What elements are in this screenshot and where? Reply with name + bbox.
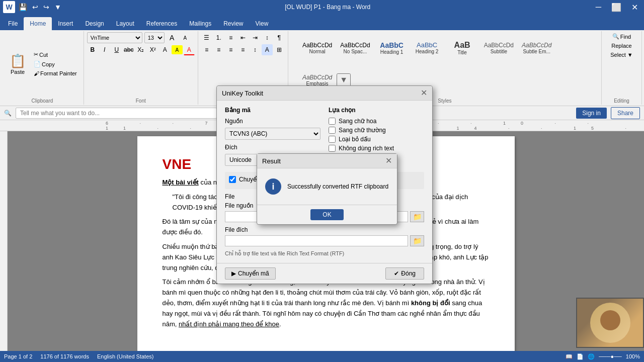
quick-access-dropdown[interactable]: ▼ <box>53 2 63 12</box>
chuyen-ma-btn[interactable]: ▶ Chuyển mã <box>225 267 276 280</box>
save-quick-btn[interactable]: 💾 <box>17 2 29 12</box>
text-effects-btn[interactable]: A <box>159 44 171 55</box>
minimize-btn[interactable]: ─ <box>593 3 604 12</box>
superscript-button[interactable]: X² <box>147 44 158 55</box>
borders-btn[interactable]: ⊞ <box>274 44 285 55</box>
video-person <box>590 303 630 343</box>
font-size-select[interactable]: 13 <box>144 32 165 43</box>
style-heading1[interactable]: AaBbC Heading 1 <box>375 32 409 63</box>
justify-btn[interactable]: ≡ <box>237 44 249 55</box>
tab-references[interactable]: References <box>140 17 183 30</box>
strikethrough-button[interactable]: abc <box>123 44 134 55</box>
bullets-btn[interactable]: ☰ <box>201 32 212 43</box>
tab-design[interactable]: Design <box>79 17 110 30</box>
numbering-btn[interactable]: 1. <box>213 32 224 43</box>
find-button[interactable]: 🔍 Find <box>610 32 633 41</box>
style-em-preview: AaBbCcDd <box>302 74 332 81</box>
style-h1-preview: AaBbC <box>380 41 404 49</box>
editing-content: 🔍 Find Replace Select ▼ <box>608 32 635 104</box>
align-center-btn[interactable]: ≡ <box>213 44 224 55</box>
view-web-btn[interactable]: 🌐 <box>588 353 595 360</box>
tab-insert[interactable]: Insert <box>52 17 79 30</box>
chuyen-ma-checkbox[interactable] <box>229 176 236 183</box>
italic-button[interactable]: I <box>99 44 110 55</box>
checkbox-loai-dau: Loại bỏ dấu <box>329 136 424 143</box>
zoom-slider[interactable]: ───●── <box>599 353 622 359</box>
sign-in-button[interactable]: Sign in <box>576 108 607 119</box>
format-painter-icon: 🖌 <box>34 70 39 76</box>
cut-button[interactable]: ✂ Cut <box>31 50 79 59</box>
styles-more-btn[interactable]: ▼ <box>337 73 351 86</box>
restore-btn[interactable]: ⬜ <box>608 3 624 12</box>
font-family-select[interactable]: VnTime <box>87 32 142 43</box>
ok-button[interactable]: OK <box>310 209 343 220</box>
font-grow-btn[interactable]: A <box>167 32 178 43</box>
style-title[interactable]: AaB Title <box>445 32 479 63</box>
line-spacing-btn[interactable]: ↕ <box>250 44 261 55</box>
tab-file[interactable]: File <box>2 17 24 30</box>
redo-btn[interactable]: ↪ <box>42 2 51 12</box>
nguon-select[interactable]: TCVN3 (ABC) <box>225 128 320 140</box>
increase-indent-btn[interactable]: ⇥ <box>250 32 261 43</box>
app-top-left: W 💾 ↩ ↪ ▼ <box>3 1 63 13</box>
style-subtitle[interactable]: AaBbCcDd Subtitle <box>480 32 517 63</box>
style-normal-label: Normal <box>309 49 325 54</box>
clipboard-group: 📋 Paste ✂ Cut 📄 Copy 🖌 Format Painter <box>2 31 84 105</box>
style-normal-preview: AaBbCcDd <box>302 42 332 49</box>
share-button[interactable]: Share <box>611 107 640 119</box>
window-controls: ─ ⬜ ✕ <box>593 3 641 12</box>
search-icon: 🔍 <box>4 110 12 117</box>
unikey-close-btn[interactable]: ✕ <box>421 89 427 97</box>
replace-button[interactable]: Replace <box>609 42 634 50</box>
checkbox-rich-text-input[interactable] <box>329 145 336 152</box>
shading-btn[interactable]: A <box>262 44 273 55</box>
unikey-title-bar: UniKey Toolkit ✕ <box>217 86 432 101</box>
format-painter-button[interactable]: 🖌 Format Painter <box>31 69 79 77</box>
copy-button[interactable]: 📄 Copy <box>31 60 79 68</box>
bold-button[interactable]: B <box>87 44 98 55</box>
tab-view[interactable]: View <box>250 17 275 30</box>
tab-layout[interactable]: Layout <box>110 17 140 30</box>
file-nguon-browse-btn[interactable]: 📁 <box>410 211 424 222</box>
close-btn[interactable]: ✕ <box>628 3 641 12</box>
file-dich-browse-btn[interactable]: 📁 <box>410 235 424 246</box>
tab-review[interactable]: Review <box>217 17 249 30</box>
align-left-btn[interactable]: ≡ <box>201 44 212 55</box>
text-highlight-btn[interactable]: A <box>172 45 183 54</box>
tab-home[interactable]: Home <box>24 17 52 30</box>
multilevel-btn[interactable]: ≡ <box>225 32 236 43</box>
style-normal[interactable]: AaBbCcDd Normal <box>299 32 336 63</box>
style-h1-label: Heading 1 <box>380 49 404 55</box>
decrease-indent-btn[interactable]: ⇤ <box>237 32 249 43</box>
tab-mailings[interactable]: Mailings <box>183 17 217 30</box>
underline-button[interactable]: U <box>111 44 122 55</box>
dong-btn[interactable]: ✔ Đóng <box>385 267 424 280</box>
style-subtitle-label: Subtitle <box>491 49 507 54</box>
checkbox-loai-dau-input[interactable] <box>329 136 336 143</box>
tell-me-input[interactable] <box>16 108 217 119</box>
select-button[interactable]: Select ▼ <box>608 51 635 59</box>
word-count: 1176 of 1176 words <box>40 353 89 359</box>
style-heading2[interactable]: AaBbC Heading 2 <box>410 32 444 63</box>
result-close-btn[interactable]: ✕ <box>385 157 392 165</box>
view-read-btn[interactable]: 📖 <box>566 353 573 360</box>
show-para-btn[interactable]: ¶ <box>274 32 285 43</box>
paste-button[interactable]: 📋 Paste <box>5 51 30 77</box>
style-no-spacing-preview: AaBbCcDd <box>340 42 370 49</box>
checkbox-sang-hoa-input[interactable] <box>329 118 336 125</box>
video-thumbnail <box>576 298 644 348</box>
align-right-btn[interactable]: ≡ <box>225 44 236 55</box>
font-color-btn[interactable]: A <box>184 44 195 55</box>
file-dich-input[interactable] <box>225 235 408 246</box>
replace-label: Replace <box>611 43 631 49</box>
style-subtle-em[interactable]: AaBbCcDd Subtle Em... <box>518 32 555 63</box>
style-no-spacing[interactable]: AaBbCcDd No Spac... <box>337 32 373 63</box>
undo-btn[interactable]: ↩ <box>31 2 40 12</box>
font-shrink-btn[interactable]: A <box>180 32 191 43</box>
subscript-button[interactable]: X₂ <box>135 44 146 55</box>
language-indicator: English (United States) <box>97 353 154 359</box>
dong-label: Đóng <box>401 270 416 277</box>
checkbox-sang-thuong-input[interactable] <box>329 127 336 134</box>
view-print-btn[interactable]: 📄 <box>577 353 584 360</box>
sort-btn[interactable]: ↕ <box>262 32 273 43</box>
